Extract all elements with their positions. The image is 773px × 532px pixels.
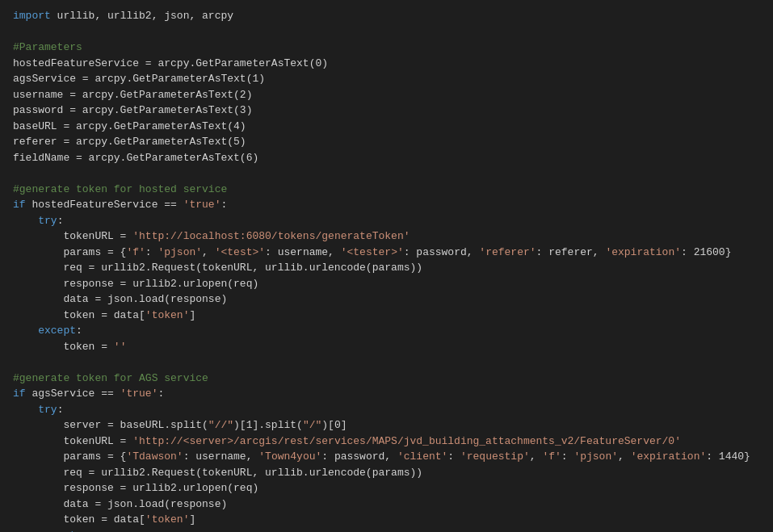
code-line: tokenURL = 'http://<server>/arcgis/rest/… (13, 434, 760, 450)
code-line: hostedFeatureService = arcpy.GetParamete… (13, 56, 760, 72)
code-line: token = data['token'] (13, 308, 760, 324)
code-line: token = '' (13, 339, 760, 355)
code-line: params = {'Tdawson': username, 'Town4you… (13, 449, 760, 465)
code-line: data = json.load(response) (13, 496, 760, 513)
code-line: password = arcpy.GetParameterAsText(3) (13, 103, 760, 119)
code-line: baseURL = arcpy.GetParameterAsText(4) (13, 119, 760, 135)
code-line: data = json.load(response) (13, 291, 760, 308)
code-line: referer = arcpy.GetParameterAsText(5) (13, 134, 760, 150)
code-editor: import urllib, urllib2, json, arcpy #Par… (13, 8, 760, 532)
code-line: params = {'f': 'pjson', '<test>': userna… (13, 245, 760, 261)
code-line: #generate token for AGS service (13, 371, 760, 387)
code-line: agsService = arcpy.GetParameterAsText(1) (13, 71, 760, 87)
code-line: fieldName = arcpy.GetParameterAsText(6) (13, 150, 760, 166)
code-line: tokenURL = 'http://localhost:6080/tokens… (13, 228, 760, 245)
code-line: username = arcpy.GetParameterAsText(2) (13, 87, 760, 103)
code-line: server = baseURL.split("//")[1].split("/… (13, 417, 760, 434)
code-line: token = data['token'] (13, 512, 760, 528)
code-line (13, 354, 760, 371)
code-line: #Parameters (13, 40, 760, 56)
code-line: try: (13, 402, 760, 418)
code-line: import urllib, urllib2, json, arcpy (13, 8, 760, 24)
code-line: #generate token for hosted service (13, 182, 760, 198)
code-line (13, 165, 760, 182)
code-line: response = urllib2.urlopen(req) (13, 276, 760, 292)
code-line: except: (13, 323, 760, 339)
code-line: if hostedFeatureService == 'true': (13, 197, 760, 213)
code-line: req = urllib2.Request(tokenURL, urllib.u… (13, 260, 760, 276)
code-line: req = urllib2.Request(tokenURL, urllib.u… (13, 465, 760, 481)
code-line: except: (13, 528, 760, 533)
code-line: if agsService == 'true': (13, 386, 760, 402)
code-line: try: (13, 213, 760, 229)
code-line (13, 24, 760, 40)
code-line: response = urllib2.urlopen(req) (13, 480, 760, 496)
